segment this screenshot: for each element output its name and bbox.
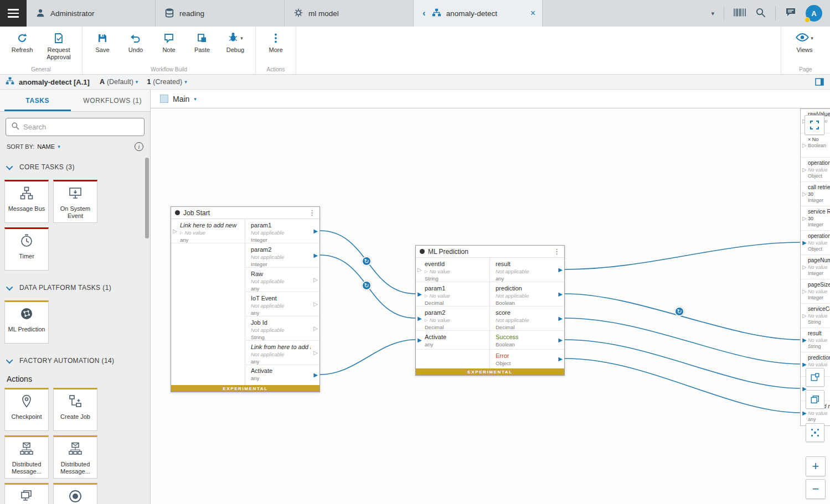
input-port[interactable]: ▶ bbox=[802, 411, 807, 416]
chevron-down-icon[interactable]: ▾ bbox=[240, 35, 243, 41]
views-button[interactable]: ▾ Views bbox=[785, 30, 824, 54]
task-card-timer[interactable]: Timer bbox=[4, 227, 49, 271]
sort-value[interactable]: NAME bbox=[37, 143, 55, 150]
more-button[interactable]: More bbox=[259, 30, 292, 54]
output-port[interactable]: ▶ bbox=[313, 253, 318, 258]
tab-workflows[interactable]: WORKFLOWS (1) bbox=[75, 90, 151, 111]
chevron-down-icon[interactable]: ▾ bbox=[711, 10, 714, 17]
request-approval-button[interactable]: Request Approval bbox=[39, 30, 79, 60]
input-port[interactable]: ▷ bbox=[802, 264, 807, 270]
view-selector[interactable]: Main bbox=[173, 95, 189, 103]
input-port[interactable]: ▷ bbox=[802, 313, 807, 319]
output-port[interactable]: ▷ bbox=[313, 302, 318, 307]
sidebar-scrollbar[interactable] bbox=[145, 158, 149, 238]
section-data-platform-tasks[interactable]: DATA PLATFORM TASKS (1) bbox=[0, 277, 150, 297]
task-card-on-system-event[interactable]: On System Event bbox=[53, 180, 97, 223]
input-port[interactable]: ▶ bbox=[802, 240, 807, 246]
input-port[interactable]: ▷ bbox=[802, 216, 807, 221]
paste-button[interactable]: Paste bbox=[185, 30, 219, 54]
output-port[interactable]: ▶ bbox=[558, 316, 563, 321]
tab-tasks[interactable]: TASKS bbox=[0, 90, 75, 111]
input-port[interactable]: ▶ bbox=[417, 292, 422, 297]
node-menu-icon[interactable]: ⋮ bbox=[308, 209, 316, 217]
more-icon bbox=[270, 32, 281, 44]
task-card-distributed-message-1[interactable]: Distributed Message... bbox=[4, 435, 49, 479]
tab-administrator[interactable]: Administrator bbox=[27, 0, 156, 27]
input-port[interactable]: ▷ bbox=[173, 228, 177, 234]
ribbon-group-general: Refresh Request Approval General bbox=[0, 27, 83, 74]
output-port[interactable]: ▶ bbox=[558, 356, 563, 362]
revision-selector[interactable]: 1(Created)▾ bbox=[147, 78, 187, 86]
input-port[interactable]: ▶ bbox=[417, 337, 422, 343]
port-row: ▶ param1 ▷No value Decimal bbox=[416, 282, 489, 306]
version-selector[interactable]: A(Default)▾ bbox=[100, 78, 138, 86]
task-card-checkpoint[interactable]: Checkpoint bbox=[4, 388, 49, 431]
node-menu-icon[interactable]: ⋮ bbox=[553, 247, 560, 256]
overview-map-button[interactable] bbox=[806, 423, 824, 442]
debug-button[interactable]: ▾ Debug bbox=[219, 30, 252, 54]
output-port[interactable]: ▶ bbox=[558, 267, 563, 273]
input-port[interactable]: ▶ bbox=[417, 316, 422, 321]
output-port[interactable]: ▶ bbox=[558, 337, 563, 343]
open-panel-button[interactable] bbox=[814, 77, 824, 87]
note-button[interactable]: Note bbox=[152, 30, 185, 54]
output-port[interactable]: ▶ bbox=[313, 228, 318, 234]
chevron-down-icon[interactable]: ▾ bbox=[194, 96, 197, 102]
workflow-icon bbox=[6, 76, 14, 87]
section-factory-automation[interactable]: FACTORY AUTOMATION (14) bbox=[0, 350, 150, 370]
port-row: Success Boolean ▶ bbox=[490, 331, 564, 350]
task-card-message-bus[interactable]: Message Bus bbox=[4, 180, 49, 223]
node-header[interactable]: Job Start ⋮ bbox=[171, 207, 319, 219]
task-card-create-job[interactable]: Create Job bbox=[53, 388, 97, 431]
info-icon[interactable]: i bbox=[135, 142, 143, 151]
open-window-button[interactable] bbox=[806, 368, 824, 387]
tab-anomaly-detect[interactable]: ‹ anomaly-detect × bbox=[414, 0, 543, 27]
search-input[interactable] bbox=[23, 123, 139, 131]
node-header[interactable]: ML Prediction ⋮ bbox=[416, 246, 564, 258]
task-card-ml-prediction[interactable]: ML Prediction bbox=[4, 300, 49, 344]
workflow-canvas[interactable]: Main ▾ Job Start ⋮ bbox=[151, 90, 830, 504]
tab-reading[interactable]: reading bbox=[156, 0, 285, 27]
barcode-icon[interactable] bbox=[734, 8, 746, 19]
node-job-start[interactable]: Job Start ⋮ ▷ Link here to add new ▷No v… bbox=[171, 206, 320, 392]
chevron-down-icon[interactable]: ▾ bbox=[58, 144, 60, 149]
sync-badge-icon[interactable]: ↻ bbox=[674, 306, 684, 316]
ribbon-group-label: Page bbox=[781, 66, 830, 72]
output-port[interactable]: ▶ bbox=[313, 372, 318, 378]
refresh-button[interactable]: Refresh bbox=[6, 30, 39, 54]
save-button[interactable]: Save bbox=[86, 30, 119, 54]
tab-ml-model[interactable]: ml model bbox=[285, 0, 414, 27]
output-port[interactable]: ▶ bbox=[558, 292, 563, 297]
chevron-down-icon[interactable]: ▾ bbox=[811, 35, 813, 41]
output-port[interactable]: ▷ bbox=[313, 277, 318, 283]
zoom-in-button[interactable]: + bbox=[806, 456, 826, 476]
input-port[interactable]: ▶ bbox=[802, 337, 807, 343]
input-port[interactable]: ▷ bbox=[802, 167, 807, 173]
node-ml-prediction[interactable]: ML Prediction ⋮ ▷ eventId ▷No value Stri… bbox=[415, 245, 565, 376]
section-core-tasks[interactable]: CORE TASKS (3) bbox=[0, 157, 150, 176]
close-icon[interactable]: × bbox=[530, 8, 535, 18]
task-card-job-action[interactable]: Job Action bbox=[4, 483, 49, 504]
copy-view-button[interactable] bbox=[806, 390, 824, 409]
input-port[interactable]: ▷ bbox=[802, 143, 807, 148]
input-port[interactable]: ▷ bbox=[802, 191, 807, 197]
zoom-out-button[interactable]: − bbox=[806, 479, 826, 499]
sync-badge-icon[interactable]: ↻ bbox=[362, 256, 372, 266]
paste-icon bbox=[197, 32, 208, 44]
task-card-job-end[interactable]: Job End bbox=[53, 483, 97, 504]
sync-badge-icon[interactable]: ↻ bbox=[362, 280, 372, 290]
workflow-icon bbox=[432, 8, 441, 19]
output-port[interactable]: ▷ bbox=[313, 326, 318, 331]
input-port[interactable]: ▶ bbox=[802, 362, 807, 367]
search-icon[interactable] bbox=[755, 7, 766, 20]
input-port[interactable]: ▷ bbox=[417, 267, 422, 273]
task-card-distributed-message-2[interactable]: Distributed Message... bbox=[53, 435, 97, 479]
menu-button[interactable] bbox=[0, 0, 27, 27]
input-port[interactable]: ▷ bbox=[802, 289, 807, 294]
undo-button[interactable]: Undo bbox=[119, 30, 152, 54]
fullscreen-button[interactable] bbox=[805, 115, 824, 135]
chevron-left-icon[interactable]: ‹ bbox=[422, 8, 426, 19]
avatar[interactable]: A bbox=[806, 5, 822, 22]
chat-icon[interactable] bbox=[785, 7, 796, 20]
output-port[interactable]: ▷ bbox=[313, 350, 318, 356]
